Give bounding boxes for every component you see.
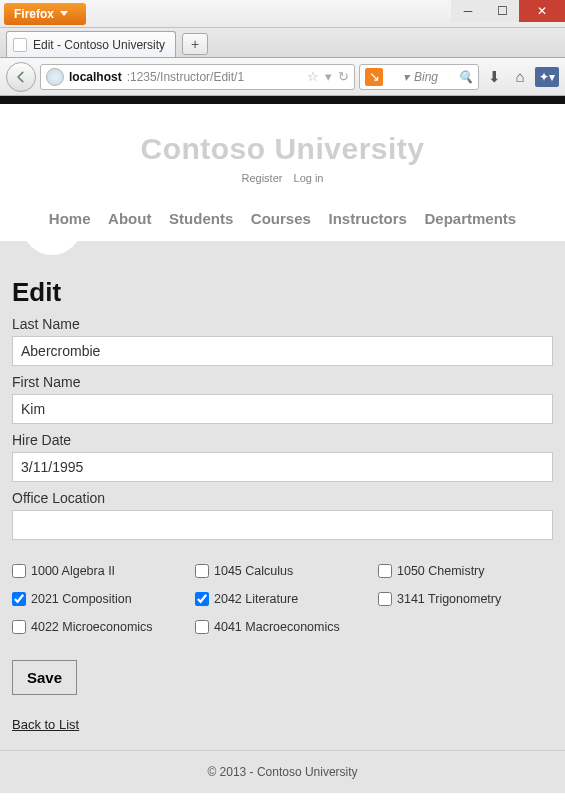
course-checkbox[interactable] <box>12 620 26 634</box>
input-office-location[interactable] <box>12 510 553 540</box>
course-label: 1045 Calculus <box>214 564 293 578</box>
course-checkbox-item[interactable]: 3141 Trigonometry <box>378 592 553 606</box>
new-tab-button[interactable]: + <box>182 33 208 55</box>
window-close-button[interactable]: ✕ <box>519 0 565 22</box>
dropdown-icon[interactable]: ▾ <box>325 69 332 84</box>
back-button[interactable] <box>6 62 36 92</box>
input-last-name[interactable] <box>12 336 553 366</box>
page-heading: Edit <box>12 277 553 308</box>
label-last-name: Last Name <box>12 316 553 332</box>
course-checkbox-item[interactable]: 1000 Algebra II <box>12 564 187 578</box>
course-label: 4041 Macroeconomics <box>214 620 340 634</box>
browser-navbar: localhost:1235/Instructor/Edit/1 ☆ ▾ ↻ ↘… <box>0 58 565 96</box>
search-dropdown-icon[interactable]: ▾ <box>403 70 409 84</box>
window-maximize-button[interactable]: ☐ <box>485 0 519 22</box>
nav-home[interactable]: Home <box>49 210 91 227</box>
courses-checkbox-grid: 1000 Algebra II1045 Calculus1050 Chemist… <box>12 564 553 634</box>
input-first-name[interactable] <box>12 394 553 424</box>
address-bar[interactable]: localhost:1235/Instructor/Edit/1 ☆ ▾ ↻ <box>40 64 355 90</box>
content-area: Edit Last Name First Name Hire Date Offi… <box>0 241 565 750</box>
label-first-name: First Name <box>12 374 553 390</box>
nav-students[interactable]: Students <box>169 210 233 227</box>
course-label: 4022 Microeconomics <box>31 620 153 634</box>
bookmarks-menu-button[interactable]: ✦▾ <box>535 67 559 87</box>
search-bar[interactable]: ↘ ▾ Bing 🔍 <box>359 64 479 90</box>
bookmark-star-icon[interactable]: ☆ <box>307 69 319 84</box>
nav-instructors[interactable]: Instructors <box>329 210 407 227</box>
course-checkbox-item[interactable]: 4041 Macroeconomics <box>195 620 370 634</box>
site-title: Contoso University <box>0 132 565 166</box>
course-label: 1000 Algebra II <box>31 564 115 578</box>
reload-icon[interactable]: ↻ <box>338 69 349 84</box>
page-container: Contoso University Register Log in Home … <box>0 104 565 241</box>
course-checkbox[interactable] <box>195 620 209 634</box>
course-label: 2042 Literature <box>214 592 298 606</box>
nav-departments[interactable]: Departments <box>425 210 517 227</box>
course-label: 1050 Chemistry <box>397 564 485 578</box>
nav-about[interactable]: About <box>108 210 151 227</box>
course-label: 2021 Composition <box>31 592 132 606</box>
browser-tab-active[interactable]: Edit - Contoso University <box>6 31 176 57</box>
page-footer: © 2013 - Contoso University <box>0 750 565 793</box>
back-to-list-link[interactable]: Back to List <box>12 717 79 732</box>
register-link[interactable]: Register <box>241 172 282 184</box>
tab-title: Edit - Contoso University <box>33 38 165 52</box>
account-links: Register Log in <box>0 172 565 184</box>
window-titlebar: Firefox ─ ☐ ✕ <box>0 0 565 28</box>
avatar-placeholder <box>22 225 82 255</box>
save-button[interactable]: Save <box>12 660 77 695</box>
back-arrow-icon <box>14 70 28 84</box>
course-checkbox-item[interactable]: 4022 Microeconomics <box>12 620 187 634</box>
firefox-menu-button[interactable]: Firefox <box>4 3 86 25</box>
browser-tabstrip: Edit - Contoso University + <box>0 28 565 58</box>
login-link[interactable]: Log in <box>294 172 324 184</box>
downloads-button[interactable]: ⬇ <box>483 66 505 88</box>
course-checkbox-item[interactable]: 2021 Composition <box>12 592 187 606</box>
url-host: localhost <box>69 70 122 84</box>
search-icon[interactable]: 🔍 <box>458 70 473 84</box>
course-checkbox[interactable] <box>378 564 392 578</box>
course-checkbox[interactable] <box>12 564 26 578</box>
nav-courses[interactable]: Courses <box>251 210 311 227</box>
firefox-menu-label: Firefox <box>14 7 54 21</box>
course-checkbox-item[interactable]: 2042 Literature <box>195 592 370 606</box>
page-icon <box>13 38 27 52</box>
window-controls: ─ ☐ ✕ <box>451 0 565 22</box>
course-checkbox-item[interactable]: 1045 Calculus <box>195 564 370 578</box>
course-checkbox[interactable] <box>195 592 209 606</box>
window-minimize-button[interactable]: ─ <box>451 0 485 22</box>
label-office-location: Office Location <box>12 490 553 506</box>
site-brand: Contoso University Register Log in <box>0 104 565 192</box>
urlbar-icons: ☆ ▾ ↻ <box>307 69 349 84</box>
input-hire-date[interactable] <box>12 452 553 482</box>
course-label: 3141 Trigonometry <box>397 592 501 606</box>
globe-icon <box>46 68 64 86</box>
header-blackbar <box>0 96 565 104</box>
course-checkbox-item[interactable]: 1050 Chemistry <box>378 564 553 578</box>
course-checkbox[interactable] <box>378 592 392 606</box>
label-hire-date: Hire Date <box>12 432 553 448</box>
bing-icon: ↘ <box>365 68 383 86</box>
browser-viewport: Contoso University Register Log in Home … <box>0 96 565 804</box>
url-path: :1235/Instructor/Edit/1 <box>127 70 244 84</box>
search-placeholder: Bing <box>414 70 438 84</box>
main-nav: Home About Students Courses Instructors … <box>0 192 565 241</box>
course-checkbox[interactable] <box>12 592 26 606</box>
home-button[interactable]: ⌂ <box>509 66 531 88</box>
course-checkbox[interactable] <box>195 564 209 578</box>
